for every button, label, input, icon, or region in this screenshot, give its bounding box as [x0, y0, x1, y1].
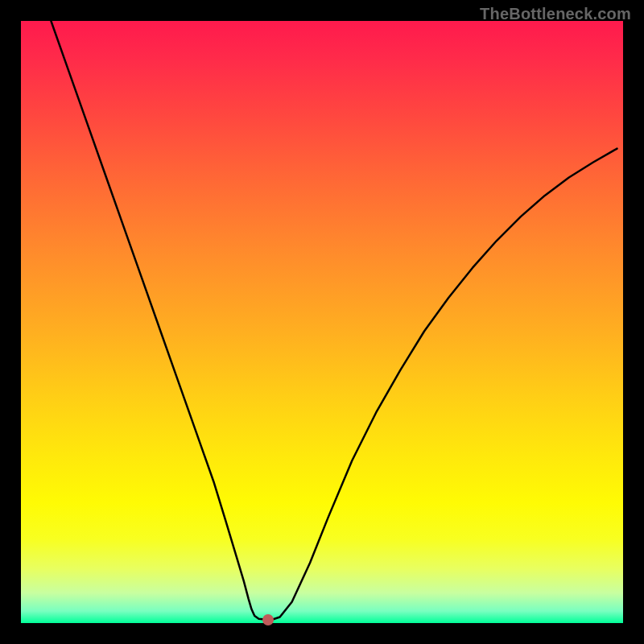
optimal-point-marker	[262, 614, 274, 625]
chart-frame: TheBottleneck.com	[0, 0, 644, 644]
bottleneck-curve	[21, 21, 623, 623]
plot-area	[21, 21, 623, 623]
watermark-text: TheBottleneck.com	[480, 5, 631, 23]
